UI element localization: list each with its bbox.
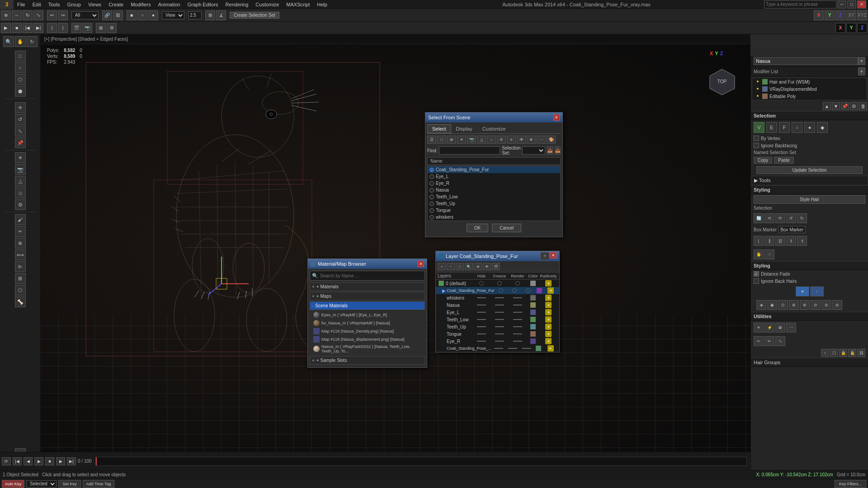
render-frame-btn[interactable]: 📷 [82,23,92,33]
list-item-teeth-up[interactable]: Teeth_Up [428,200,560,207]
layer-help-btn[interactable]: ? [540,252,549,260]
list-item-eyeL[interactable]: Eye_L [428,173,560,180]
unlink-btn[interactable]: ⛓ [113,10,123,20]
sel-tb-color[interactable]: 🎨 [547,136,556,144]
toolbar-cameras[interactable]: 📷 [15,164,26,175]
layer-dialog-header[interactable]: Layer Coati_Standing_Pose_Fur ? ✕ [436,251,559,261]
radiosity-eyeR[interactable]: ☀ [545,338,552,344]
scene-objects-list[interactable]: Coati_Standing_Pose_Fur Eye_L Eye_R Nasu… [427,166,561,221]
util-2[interactable]: ⚡ [764,323,774,333]
add-time-tag-btn[interactable]: Add Time Tag [83,480,114,488]
lock-btn-5[interactable]: ⛓ [857,349,865,357]
si-4[interactable]: ⦊ [786,236,796,246]
modifier-editable-poly[interactable]: ● Editable Poly [752,93,867,100]
next-frame-tl[interactable]: ▶| [67,457,76,465]
x-axis-btn[interactable]: X [814,10,824,20]
prop-btn-8[interactable]: ⊚ [832,300,842,310]
layer-tb-freeze[interactable]: ❄ [474,263,482,270]
sample-slots-section[interactable]: + + Sample Slots [310,356,425,365]
ignore-backfacing-cb[interactable] [754,143,759,148]
mat-item-density[interactable]: Map #118 (Nasua_Density.png) [Nasua] [310,327,425,335]
prev-key-btn[interactable]: ⟨ [47,23,57,33]
name-dropdown[interactable]: ▼ [858,57,865,65]
prop-btn-5[interactable]: ⊕ [800,300,810,310]
style-hair-btn[interactable]: Style Hair [754,195,865,204]
toolbar-paint[interactable]: 🖌 [15,214,26,225]
radiosity-default[interactable]: ☀ [545,280,552,286]
material-browser-close[interactable]: ✕ [418,261,424,267]
rotate-btn[interactable]: ↻ [23,10,33,20]
tab-customize[interactable]: Customize [477,124,511,133]
by-vertex-cb[interactable] [754,136,759,141]
angle-snap-btn[interactable]: ∡ [216,10,226,20]
sel-set-btn2[interactable]: 📤 [555,146,561,155]
play-tl[interactable]: ▶ [34,457,43,465]
tab-display[interactable]: Display [451,124,477,133]
render-dot-default[interactable] [515,281,520,286]
toolbar-snap-obj[interactable]: ⊕ [15,238,26,249]
layer-row-eyeR[interactable]: Eye_R ☀ [436,338,559,345]
menu-group[interactable]: Group [63,1,85,8]
style-sel-btn[interactable]: ★ [796,286,809,296]
mod-trash[interactable]: 🗑 [859,102,867,110]
lock-btn-4[interactable]: 🔓 [848,349,856,357]
redo-btn[interactable]: ↪ [58,10,68,20]
sel-icon-5[interactable]: ↻ [797,213,807,223]
link-btn[interactable]: 🔗 [102,10,112,20]
menu-animation[interactable]: Animation [155,1,184,8]
list-item-nasua[interactable]: Nasua [428,187,560,193]
layer-row-teeth-low[interactable]: Teeth_Low ☀ [436,316,559,323]
radiosity-coati-pose[interactable]: ☀ [547,345,554,352]
filter-dropdown[interactable]: All [71,11,99,19]
sel-tb-freeze[interactable]: ❄ [527,136,536,144]
util-6[interactable]: ✏ [764,336,774,346]
radiosity-nasua[interactable]: ☀ [545,302,552,308]
render-dot-coati[interactable] [526,288,530,293]
sel-tb-cam[interactable]: 📷 [467,136,476,144]
color-swatch-coati-pose[interactable] [536,346,541,351]
layer-dialog-close[interactable]: ✕ [550,252,557,258]
prop-btn-3[interactable]: ⊙ [778,300,788,310]
menu-edit[interactable]: Edit [29,1,45,8]
ref-coord-btn[interactable]: XYZ [857,10,867,20]
toolbar-pan[interactable]: ✋ [15,36,26,47]
sel-obj3[interactable]: ◆ [817,122,828,133]
move-btn[interactable]: ↔ [12,10,22,20]
radiosity-eyeL[interactable]: ☀ [545,309,552,315]
layer-row-teeth-up[interactable]: Teeth_Up ☀ [436,323,559,330]
play-btn[interactable]: ▶ [1,23,11,33]
select-from-scene-close[interactable]: ✕ [553,114,560,121]
radiosity-teeth-up[interactable]: ☀ [545,324,552,330]
mod-move-down[interactable]: ▼ [832,102,840,110]
toolbar-select-circle[interactable]: ○ [15,62,26,73]
timeline-track[interactable] [95,457,747,466]
zoom-input[interactable] [188,11,202,19]
toolbar-select-rect[interactable]: □ [15,51,26,61]
update-selection-btn[interactable]: Update Selection [756,166,863,174]
color-swatch-default[interactable] [530,281,536,286]
tab-select[interactable]: Select [427,124,451,133]
snap-btn[interactable]: ⊞ [205,10,215,20]
sel-tb-light[interactable]: ☀ [457,136,466,144]
radiosity-whiskers[interactable]: ☀ [545,295,552,301]
find-input[interactable] [439,146,500,155]
minimize-button[interactable]: ─ [837,0,846,9]
util-3[interactable]: ✿ [775,323,785,333]
menu-create[interactable]: Create [105,1,127,8]
toolbar-orbit[interactable]: ↻ [27,36,38,47]
freeze-dot-default[interactable] [497,281,502,286]
mat-item-fur[interactable]: fur_Nasua_m ( VRayHairMtl ) [Nasua] [310,319,425,327]
hide-dot-default[interactable] [479,281,484,286]
next-frame-btn[interactable]: ▶| [33,23,43,33]
toolbar-align[interactable]: ⊫ [15,261,26,272]
toolbar-helpers[interactable]: △ [15,176,26,187]
select-from-scene-header[interactable]: Select From Scene ✕ [425,113,562,122]
layer-tb-new[interactable]: □ [456,263,464,270]
toolbar-rotate[interactable]: ↺ [15,114,26,125]
next-key-tl[interactable]: ▶ [56,457,65,465]
cancel-btn[interactable]: Cancel [492,224,521,232]
key-mode-btn[interactable]: ⟳ [2,457,11,465]
sel-tb-shape[interactable]: ○ [487,136,496,144]
color-swatch-eyeR[interactable] [530,338,536,344]
modifier-hair-fur[interactable]: ● Hair and Fur (WSM) [752,78,867,85]
